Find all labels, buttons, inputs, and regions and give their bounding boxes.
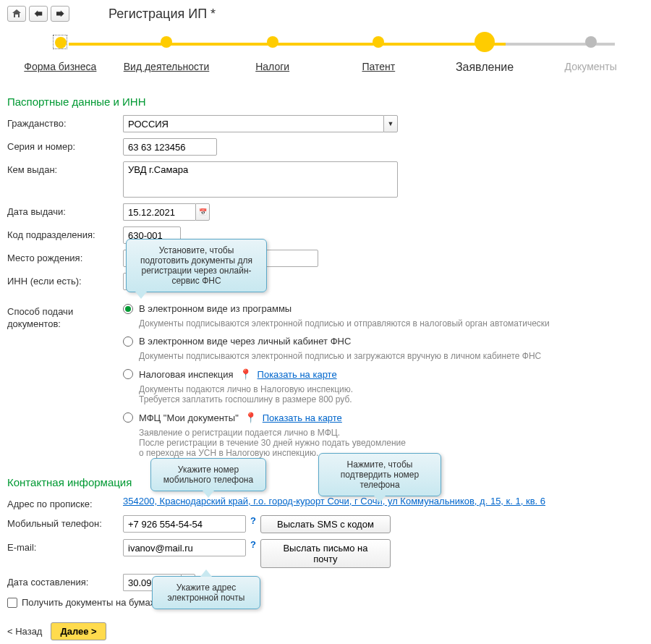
show-on-map-link-1[interactable]: Показать на карте [258, 369, 337, 380]
next-button[interactable]: Далее > [51, 622, 106, 640]
wizard-step-activity-type[interactable]: Вид деятельности [124, 61, 210, 72]
issue-date-input[interactable] [123, 203, 195, 221]
tooltip-email: Укажите адрес электронной почты [152, 576, 260, 609]
series-label: Серия и номер: [7, 138, 123, 152]
back-button[interactable]: 🡄 [29, 6, 48, 22]
issue-date-picker-button[interactable]: 📅 [195, 203, 210, 221]
issued-by-label: Кем выдан: [7, 161, 123, 175]
radio-electronic-program-label: В электронном виде из программы [139, 303, 292, 314]
home-icon [12, 9, 22, 19]
send-email-button[interactable]: Выслать письмо на почту [260, 539, 391, 568]
radio-tax-office[interactable] [123, 369, 133, 379]
wizard-step-patent[interactable]: Патент [362, 61, 395, 72]
inn-label: ИНН (если есть): [7, 273, 123, 287]
location-icon: 📍 [244, 412, 257, 423]
arrow-right-icon: 🡆 [56, 9, 64, 19]
radio-tax-office-label: Налоговая инспекция [139, 369, 234, 380]
arrow-left-icon: 🡄 [34, 9, 43, 19]
wizard-step-taxes[interactable]: Налоги [255, 61, 289, 72]
wizard-step-documents: Документы [565, 61, 617, 72]
location-icon: 📍 [239, 368, 252, 380]
tooltip-fns: Установите, чтобы подготовить документы … [126, 239, 267, 292]
citizenship-label: Гражданство: [7, 115, 123, 129]
paper-docs-checkbox[interactable] [7, 598, 17, 608]
radio-electronic-cabinet-label: В электронном виде через личный кабинет … [139, 336, 351, 347]
submission-label: Способ подачи документов: [7, 303, 123, 331]
issue-code-label: Код подразделения: [7, 226, 123, 240]
wizard-step-business-form[interactable]: Форма бизнеса [24, 61, 96, 72]
issue-date-label: Дата выдачи: [7, 203, 123, 217]
home-button[interactable] [7, 6, 26, 22]
tooltip-phone-number: Укажите номер мобильного телефона [150, 458, 266, 491]
send-sms-button[interactable]: Выслать SMS с кодом [260, 515, 391, 533]
tooltip-confirm-phone: Нажмите, чтобы подтвердить номер телефон… [318, 453, 441, 496]
section-passport-title: Паспортные данные и ИНН [7, 96, 644, 108]
email-label: E-mail: [7, 539, 123, 553]
citizenship-input[interactable] [123, 115, 383, 132]
radio-electronic-cabinet[interactable] [123, 336, 133, 347]
compose-date-label: Дата составления: [7, 574, 123, 588]
back-button-footer[interactable]: < Назад [7, 626, 42, 637]
page-title: Регистрация ИП * [109, 7, 216, 22]
issued-by-input[interactable]: УВД г.Самара [123, 161, 398, 198]
hint-electronic-program: Документы подписываются электронной подп… [139, 318, 644, 329]
show-on-map-link-2[interactable]: Показать на карте [263, 412, 342, 423]
wizard-nav: Форма бизнеса Вид деятельности Налоги Па… [7, 36, 644, 74]
citizenship-dropdown-button[interactable]: ▼ [383, 115, 398, 132]
series-input[interactable] [123, 138, 217, 156]
forward-button[interactable]: 🡆 [51, 6, 69, 22]
phone-label: Мобильный телефон: [7, 515, 123, 530]
radio-mfc[interactable] [123, 412, 133, 423]
radio-mfc-label: МФЦ "Мои документы" [139, 412, 239, 423]
calendar-icon: 📅 [199, 208, 207, 216]
email-input[interactable] [123, 539, 246, 556]
phone-help[interactable]: ? [250, 515, 256, 526]
birthplace-label: Место рождения: [7, 250, 123, 263]
wizard-step-application[interactable]: Заявление [456, 61, 514, 73]
address-label: Адрес по прописке: [7, 496, 123, 509]
chevron-down-icon: ▼ [388, 120, 394, 127]
radio-electronic-program[interactable] [123, 304, 133, 314]
hint-electronic-cabinet: Документы подписываются электронной подп… [139, 351, 644, 361]
phone-input[interactable] [123, 515, 246, 533]
hint-tax-office: Документы подаются лично в Налоговую инс… [139, 384, 644, 404]
email-help[interactable]: ? [250, 539, 256, 550]
